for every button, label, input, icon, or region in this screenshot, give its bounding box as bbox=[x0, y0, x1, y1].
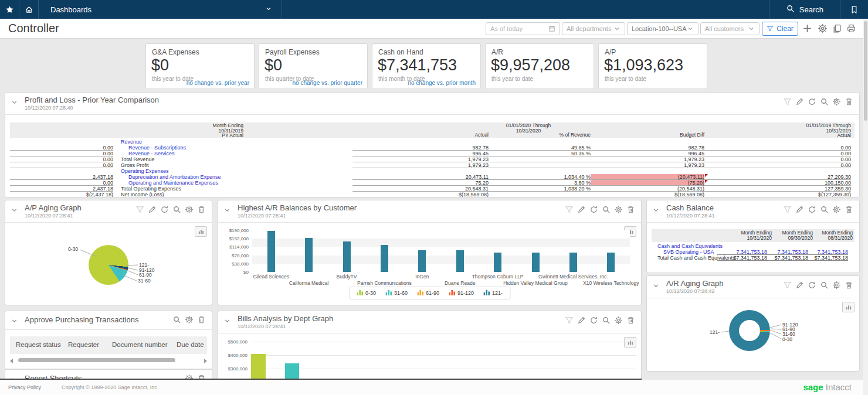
gear-icon[interactable] bbox=[185, 205, 194, 214]
bar-Hidden Valley Medical Group[interactable] bbox=[532, 253, 540, 272]
chart-type-button[interactable] bbox=[842, 302, 855, 312]
search-icon[interactable] bbox=[172, 205, 181, 214]
pencil-icon[interactable] bbox=[148, 205, 157, 214]
collapse-chevron-icon[interactable] bbox=[11, 316, 18, 327]
pencil-icon[interactable] bbox=[577, 316, 586, 325]
refresh-icon[interactable] bbox=[589, 316, 598, 325]
home-icon[interactable] bbox=[25, 5, 33, 14]
clear-filters-button[interactable]: Clear bbox=[762, 22, 798, 36]
collapse-chevron-icon[interactable] bbox=[11, 98, 18, 108]
home-button[interactable] bbox=[19, 0, 39, 19]
cash-value[interactable]: 7,341,753.18 bbox=[808, 249, 848, 255]
pencil-icon[interactable] bbox=[795, 97, 804, 106]
filter-icon[interactable] bbox=[135, 205, 144, 214]
refresh-icon[interactable] bbox=[808, 205, 816, 214]
pnl-account-link[interactable]: Revenue - Subscriptions bbox=[113, 145, 352, 151]
search-icon[interactable] bbox=[820, 205, 829, 214]
cash-account-link[interactable]: SVB Operating - USA bbox=[652, 249, 717, 255]
bar-Thompson Coburn LLP[interactable] bbox=[494, 253, 501, 272]
refresh-icon[interactable] bbox=[589, 205, 598, 214]
star-icon[interactable] bbox=[5, 5, 14, 14]
filter-icon[interactable] bbox=[565, 316, 574, 325]
collapse-chevron-icon[interactable] bbox=[223, 206, 231, 216]
search-icon[interactable] bbox=[602, 205, 611, 214]
refresh-icon[interactable] bbox=[808, 97, 816, 106]
bookmark-button[interactable] bbox=[840, 0, 868, 19]
bar-X10 Wireless Technology[interactable] bbox=[607, 253, 615, 272]
collapse-chevron-icon[interactable] bbox=[11, 206, 18, 216]
refresh-icon[interactable] bbox=[160, 205, 169, 214]
trash-icon[interactable] bbox=[845, 281, 853, 290]
trash-icon[interactable] bbox=[626, 316, 635, 325]
legend-item-31-60[interactable]: 31-60 bbox=[385, 290, 408, 297]
gear-icon[interactable] bbox=[614, 316, 623, 325]
pnl-account-link[interactable]: Operating and Maintenance Expenses bbox=[113, 180, 352, 186]
collapse-chevron-icon[interactable] bbox=[223, 316, 231, 327]
gear-icon[interactable] bbox=[614, 205, 623, 214]
chart-type-button[interactable] bbox=[624, 337, 636, 348]
bar-InGen[interactable] bbox=[418, 250, 426, 272]
scrollbar-thumb[interactable] bbox=[18, 358, 175, 362]
bar-Gilead Sciences[interactable] bbox=[267, 231, 275, 272]
customers-filter[interactable]: All customers bbox=[700, 22, 760, 35]
vertical-scrollbar[interactable] bbox=[863, 19, 868, 395]
gear-icon[interactable] bbox=[185, 315, 194, 324]
collapse-chevron-icon[interactable] bbox=[652, 206, 660, 216]
trash-icon[interactable] bbox=[197, 205, 206, 214]
bills-bar-1[interactable] bbox=[251, 354, 266, 380]
refresh-icon[interactable] bbox=[808, 281, 816, 290]
horizontal-scrollbar[interactable] bbox=[10, 357, 207, 363]
bar-Parrish Communications[interactable] bbox=[381, 245, 388, 272]
location-filter[interactable]: Location-100--USA-- bbox=[627, 22, 699, 35]
search-icon[interactable] bbox=[820, 281, 829, 290]
bar-Duane Reade[interactable] bbox=[456, 250, 464, 272]
trash-icon[interactable] bbox=[626, 205, 635, 214]
as-of-date-filter[interactable] bbox=[486, 22, 560, 35]
pnl-account-link[interactable]: Revenue bbox=[113, 139, 352, 145]
legend-item-91-120[interactable]: 91-120 bbox=[449, 290, 474, 297]
departments-filter[interactable]: All departments bbox=[562, 22, 625, 35]
gear-icon[interactable] bbox=[832, 205, 841, 214]
ap-aging-pie-chart[interactable] bbox=[89, 245, 128, 285]
bar-Gwinnett Medical Services, Inc.[interactable] bbox=[569, 253, 577, 272]
print-button[interactable] bbox=[846, 23, 856, 36]
pnl-account-link[interactable]: Depreciation and Amortization Expense bbox=[113, 174, 352, 180]
filter-icon[interactable] bbox=[783, 205, 792, 214]
filter-icon[interactable] bbox=[783, 281, 792, 290]
search-icon[interactable] bbox=[820, 97, 829, 106]
bills-bar-2[interactable] bbox=[285, 363, 299, 380]
kpi-compare-link[interactable]: no change vs. prior year bbox=[187, 80, 249, 86]
search-button[interactable]: Search bbox=[769, 0, 840, 19]
trash-icon[interactable] bbox=[845, 97, 853, 106]
filter-icon[interactable] bbox=[565, 205, 574, 214]
as-of-date-input[interactable] bbox=[490, 25, 544, 32]
kpi-compare-link[interactable]: no change vs. prior month bbox=[408, 80, 476, 86]
pencil-icon[interactable] bbox=[795, 205, 804, 214]
cash-value[interactable]: 7,341,753.18 bbox=[767, 249, 808, 255]
legend-item-121-[interactable]: 121- bbox=[483, 290, 503, 297]
collapse-chevron-icon[interactable] bbox=[652, 281, 660, 292]
privacy-policy-link[interactable]: Privacy Policy bbox=[8, 384, 41, 390]
scroll-left-arrow[interactable] bbox=[10, 359, 13, 363]
scroll-right-arrow[interactable] bbox=[204, 359, 207, 363]
pnl-account-link[interactable]: Revenue - Services bbox=[113, 151, 352, 156]
favorites-button[interactable] bbox=[0, 0, 19, 19]
gear-icon[interactable] bbox=[832, 281, 841, 290]
cash-value[interactable]: 7,341,753.18 bbox=[717, 249, 767, 255]
trash-icon[interactable] bbox=[197, 315, 206, 324]
pencil-icon[interactable] bbox=[795, 281, 804, 290]
dashboard-settings-button[interactable] bbox=[818, 23, 828, 36]
legend-item-0-30[interactable]: 0-30 bbox=[357, 290, 376, 297]
dashboards-menu[interactable]: Dashboards bbox=[39, 0, 282, 19]
cash-account-link[interactable]: Cash and Cash Equivalents bbox=[652, 243, 717, 249]
filter-icon[interactable] bbox=[783, 97, 792, 106]
search-icon[interactable] bbox=[172, 315, 181, 324]
pnl-account-link[interactable]: Operating Expenses bbox=[113, 168, 352, 174]
search-icon[interactable] bbox=[602, 316, 611, 325]
scrollbar-thumb[interactable] bbox=[864, 21, 867, 121]
kpi-compare-link[interactable]: no change vs. prior quarter bbox=[292, 80, 362, 86]
gear-icon[interactable] bbox=[832, 97, 841, 106]
bar-BuddyTV[interactable] bbox=[343, 241, 351, 272]
bar-California Medical[interactable] bbox=[305, 238, 313, 272]
duplicate-dashboard-button[interactable] bbox=[832, 23, 842, 36]
